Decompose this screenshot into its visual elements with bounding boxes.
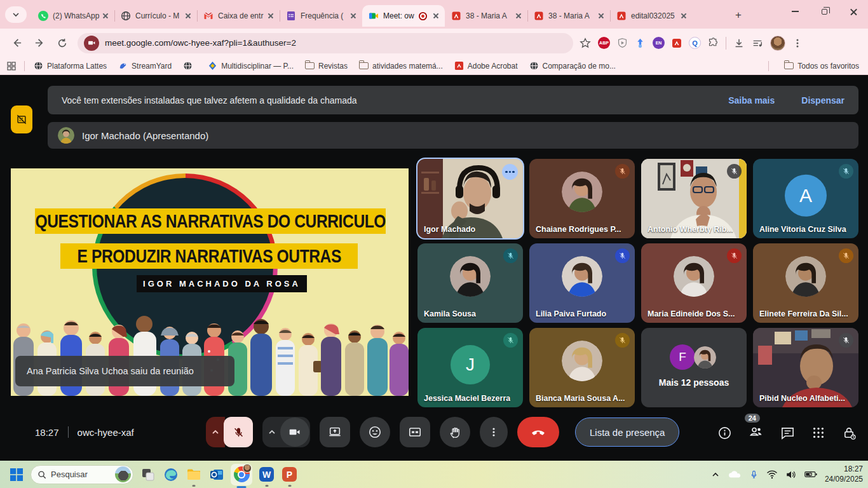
close-window-button[interactable] <box>839 0 868 23</box>
tab-gmail[interactable]: Caixa de entr <box>197 5 280 27</box>
apps-grid-icon[interactable] <box>6 61 17 71</box>
address-bar[interactable]: meet.google.com/owc-hyee-xaf?pli=1&authu… <box>78 33 573 53</box>
kebab-menu-icon[interactable] <box>792 38 803 48</box>
minimize-button[interactable] <box>780 0 810 23</box>
close-icon[interactable] <box>348 11 358 21</box>
tile-aline[interactable]: A Aline Vitoria Cruz Silva <box>753 159 858 238</box>
acrobat-extension-icon[interactable] <box>672 38 682 48</box>
tile-kamila[interactable]: Kamila Sousa <box>417 243 523 323</box>
close-icon[interactable] <box>679 11 689 21</box>
adblock-extension-icon[interactable]: ABP <box>598 37 610 49</box>
mic-muted-button[interactable] <box>224 417 253 447</box>
mic-control[interactable] <box>206 417 253 447</box>
chrome-button[interactable] <box>231 464 252 485</box>
tab-curriculo[interactable]: Currículo - M <box>114 5 197 27</box>
en-extension-icon[interactable]: EN <box>653 37 665 49</box>
camera-control[interactable] <box>262 417 310 447</box>
downloads-icon[interactable] <box>733 37 745 49</box>
tile-lilia[interactable]: Lilia Paiva Furtado <box>529 243 635 323</box>
bookmark-plataforma-lattes[interactable]: Plataforma Lattes <box>34 61 107 71</box>
q-extension-icon[interactable]: Q <box>689 37 701 49</box>
tile-igor-machado[interactable]: Igor Machado <box>417 159 523 238</box>
tile-bianca[interactable]: Bianca Maria Sousa A... <box>529 328 635 407</box>
profile-avatar[interactable] <box>770 36 785 51</box>
learn-more-link[interactable]: Saiba mais <box>728 95 775 105</box>
leave-call-button[interactable] <box>517 417 559 447</box>
tab-pdf-2[interactable]: 38 - Maria A <box>527 5 610 27</box>
tab-pdf-1[interactable]: 38 - Maria A <box>445 5 527 27</box>
tile-jessica[interactable]: J Jessica Maciel Bezerra <box>417 328 523 407</box>
battery-charging-icon[interactable] <box>804 470 817 478</box>
close-icon[interactable] <box>431 11 441 21</box>
bookmark-globe-only[interactable] <box>183 61 196 71</box>
host-controls-lock-icon[interactable] <box>842 426 857 440</box>
wifi-icon[interactable] <box>766 470 778 479</box>
onedrive-icon[interactable] <box>728 470 742 480</box>
tile-antonio[interactable]: Antonio Wherbty Rib... <box>641 159 747 238</box>
bookmark-revistas[interactable]: Revistas <box>305 62 348 71</box>
tab-forms[interactable]: Frequência ( <box>280 5 362 27</box>
media-controls-icon[interactable] <box>752 37 763 49</box>
camera-on-button[interactable] <box>280 417 309 447</box>
taskbar-search[interactable]: Pesquisar <box>31 465 133 484</box>
outlook-button[interactable] <box>208 466 225 483</box>
search-daily-image[interactable] <box>115 466 131 482</box>
close-icon[interactable] <box>266 11 276 21</box>
info-icon[interactable] <box>717 426 732 440</box>
tile-elinete[interactable]: Elinete Ferreira Da Sil... <box>753 243 858 323</box>
close-icon[interactable] <box>183 11 193 21</box>
back-button[interactable] <box>8 34 25 52</box>
bookmark-atividades[interactable]: atividades matemá... <box>359 62 443 71</box>
forward-button[interactable] <box>31 34 48 52</box>
bookmark-multidisciplinar[interactable]: Multidisciplinar — P... <box>208 61 294 71</box>
present-screen-button[interactable] <box>320 417 350 447</box>
close-icon[interactable] <box>596 11 606 21</box>
tab-search-button[interactable] <box>5 6 27 23</box>
extensions-puzzle-icon[interactable] <box>708 37 719 48</box>
globe-icon <box>183 61 193 71</box>
tab-meet-active[interactable]: Meet: ow <box>362 5 445 27</box>
word-button[interactable]: W <box>258 466 275 483</box>
tile-maria[interactable]: Maria Edineide Dos S... <box>641 243 747 323</box>
mic-active-icon[interactable] <box>749 469 759 480</box>
powerpoint-button[interactable]: P <box>281 466 298 483</box>
restore-button[interactable] <box>810 0 839 23</box>
tab-whatsapp[interactable]: (2) WhatsApp <box>32 5 114 27</box>
file-explorer-button[interactable] <box>185 466 202 483</box>
volume-icon[interactable] <box>785 470 797 480</box>
tile-more-people[interactable]: F Mais 12 pessoas <box>641 328 747 407</box>
more-options-button[interactable] <box>480 417 508 447</box>
reload-button[interactable] <box>53 34 71 52</box>
tile-chaiane[interactable]: Chaiane Rodrigues P... <box>529 159 635 238</box>
extension-overlay-button[interactable] <box>11 105 32 133</box>
tile-pibid[interactable]: Pibid Nucleo Alfabeti... <box>753 328 858 407</box>
bookmark-all-favorites[interactable]: Todos os favoritos <box>784 62 859 71</box>
bookmark-comparacao[interactable]: Comparação de mo... <box>529 61 616 71</box>
tray-clock[interactable]: 18:27 24/09/2025 <box>825 464 863 484</box>
bookmark-adobe-acrobat[interactable]: Adobe Acrobat <box>454 61 518 71</box>
task-view-button[interactable] <box>139 466 156 483</box>
attendance-list-button[interactable]: Lista de presença <box>575 417 679 447</box>
tile-options-button[interactable] <box>502 164 518 180</box>
captions-button[interactable] <box>400 417 430 447</box>
raise-hand-button[interactable] <box>440 417 470 447</box>
tray-chevron-icon[interactable] <box>711 470 720 479</box>
activities-icon[interactable] <box>811 426 825 440</box>
chat-icon[interactable] <box>780 426 795 440</box>
smiley-icon <box>368 425 382 439</box>
blue-arrow-extension-icon[interactable] <box>635 37 646 48</box>
new-tab-button[interactable]: + <box>732 9 745 22</box>
camera-in-use-icon[interactable] <box>84 36 99 51</box>
bookmark-star-icon[interactable] <box>580 37 591 49</box>
dismiss-link[interactable]: Dispensar <box>801 95 844 105</box>
start-button[interactable] <box>8 466 25 483</box>
shield-extension-icon[interactable] <box>617 37 628 48</box>
tab-pdf-3[interactable]: edital032025 <box>610 5 693 27</box>
bookmark-streamyard[interactable]: StreamYard <box>118 61 172 71</box>
reactions-button[interactable] <box>360 417 390 447</box>
edge-button[interactable] <box>162 466 179 483</box>
banner-text: Você tem extensões instaladas que talvez… <box>62 95 357 105</box>
close-icon[interactable] <box>513 11 524 21</box>
close-icon[interactable] <box>100 11 111 21</box>
people-panel-button[interactable] <box>749 424 764 442</box>
